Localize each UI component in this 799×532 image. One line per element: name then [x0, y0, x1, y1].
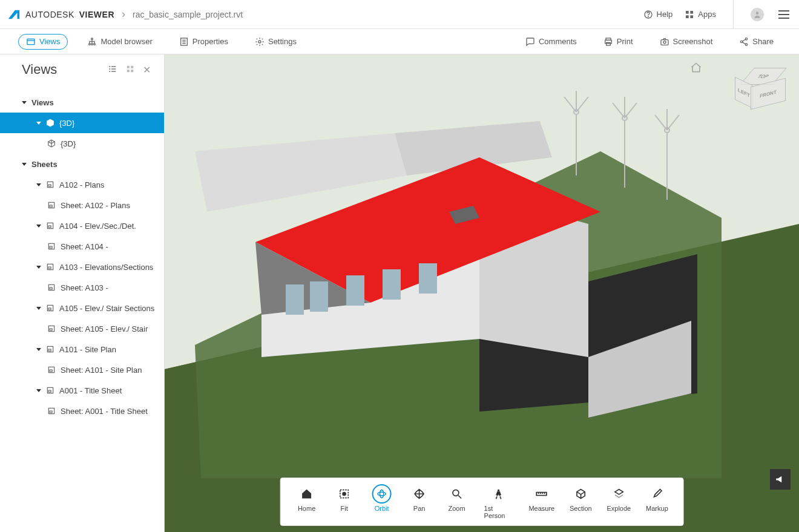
svg-rect-53	[50, 329, 52, 330]
comment-icon	[525, 37, 535, 47]
tree-sheet-item[interactable]: A101 - Site Plan	[0, 339, 164, 360]
list-view-icon[interactable]	[108, 64, 117, 76]
svg-point-30	[109, 68, 110, 70]
svg-rect-21	[661, 39, 668, 45]
tree-item-3d-selected[interactable]: {3D}	[0, 113, 164, 133]
tree-group-views[interactable]: Views	[0, 92, 164, 113]
tree-item-label: Sheet: A104 -	[61, 242, 108, 251]
tool-zoom[interactable]: Zoom	[438, 481, 476, 523]
viewcube[interactable]: TOP LEFT FRONT	[731, 64, 786, 119]
caret-down-icon	[22, 101, 27, 104]
svg-rect-55	[48, 349, 51, 351]
tree-sheet-item[interactable]: A105 - Elev./ Stair Sections	[0, 298, 164, 318]
filename[interactable]: rac_basic_sample_project.rvt	[133, 10, 243, 19]
model-render	[165, 54, 799, 532]
tool-orbit[interactable]: Orbit	[363, 481, 401, 523]
megaphone-icon	[775, 474, 786, 485]
tool-explode[interactable]: Explode	[599, 481, 638, 523]
tool-fit[interactable]: Fit	[326, 481, 363, 523]
tree-sheet-child[interactable]: Sheet: A105 - Elev./ Stair	[0, 318, 164, 339]
sidebar: Views ✕ Views {3D} {3D}	[0, 54, 165, 532]
tool-label: Home	[298, 505, 315, 512]
tree-item-3d[interactable]: {3D}	[0, 133, 164, 154]
chevron-right-icon: ›	[122, 8, 125, 21]
app-header: AUTODESK VIEWER › rac_basic_sample_proje…	[0, 0, 799, 29]
caret-down-icon	[36, 225, 41, 228]
tab-settings[interactable]: Settings	[248, 34, 304, 49]
announcements-button[interactable]	[770, 469, 791, 490]
tool-label: Section	[570, 505, 592, 512]
share-button[interactable]: Share	[732, 34, 781, 49]
tree-item-label: A001 - Title Sheet	[59, 386, 122, 395]
tree-sheet-item[interactable]: A104 - Elev./Sec./Det.	[0, 215, 164, 236]
brush-icon	[651, 488, 663, 500]
tree-group-sheets[interactable]: Sheets	[0, 154, 164, 174]
tool-label: Fit	[340, 505, 347, 512]
tool-label: Markup	[646, 505, 668, 512]
tree-item-label: Sheet: A105 - Elev./ Stair	[61, 324, 148, 333]
tree-sheet-child[interactable]: Sheet: A104 -	[0, 236, 164, 257]
tab-model-browser[interactable]: Model browser	[80, 34, 159, 49]
tab-views[interactable]: Views	[18, 34, 68, 50]
sheet-icon	[46, 180, 54, 189]
tab-model-browser-label: Model browser	[100, 37, 152, 46]
apps-button[interactable]: Apps	[685, 10, 716, 19]
ruler-icon	[536, 488, 548, 500]
tool-markup[interactable]: Markup	[638, 481, 676, 523]
caret-down-icon	[36, 266, 41, 269]
home-view-icon[interactable]	[690, 62, 702, 76]
svg-rect-75	[310, 281, 328, 312]
svg-rect-77	[383, 269, 401, 300]
brand[interactable]: AUTODESK VIEWER	[7, 8, 114, 21]
close-icon[interactable]: ✕	[143, 64, 151, 76]
tree-sheet-item[interactable]: A102 - Plans	[0, 174, 164, 195]
svg-point-100	[498, 490, 499, 491]
svg-rect-49	[50, 287, 52, 289]
tree-item-label: A104 - Elev./Sec./Det.	[59, 222, 136, 231]
toolbar-right: Comments Print Screenshot Share	[518, 34, 781, 49]
tool-first-person[interactable]: 1st Person	[476, 481, 522, 523]
tool-label: Orbit	[375, 505, 389, 512]
home-icon	[301, 488, 313, 500]
sheet-icon	[46, 222, 54, 230]
grid-view-icon[interactable]	[126, 65, 134, 75]
svg-line-99	[458, 496, 461, 499]
svg-rect-34	[127, 65, 130, 68]
tool-label: Pan	[413, 505, 426, 512]
avatar[interactable]	[751, 8, 764, 21]
tree-sheet-item[interactable]: A001 - Title Sheet	[0, 380, 164, 401]
comments-button[interactable]: Comments	[518, 34, 584, 49]
tree-sheet-child[interactable]: Sheet: A103 -	[0, 277, 164, 298]
print-button[interactable]: Print	[596, 34, 640, 49]
brand-text-1: AUTODESK	[25, 10, 74, 19]
svg-point-6	[756, 11, 759, 15]
help-label: Help	[657, 10, 673, 19]
menu-button[interactable]	[776, 8, 792, 21]
tree-sheet-child[interactable]: Sheet: A101 - Site Plan	[0, 360, 164, 380]
sidebar-header: Views ✕	[0, 54, 164, 85]
tool-label: Zoom	[449, 505, 465, 512]
tree-sheet-child[interactable]: Sheet: A102 - Plans	[0, 195, 164, 215]
svg-point-22	[663, 41, 666, 43]
svg-point-32	[109, 71, 110, 72]
viewport-3d[interactable]: TOP LEFT FRONT Home Fit Orbit Pan	[165, 54, 799, 532]
screenshot-button[interactable]: Screenshot	[653, 34, 720, 49]
tree-item-label: A103 - Elevations/Sections	[59, 263, 153, 272]
walk-icon	[492, 488, 504, 500]
tool-home[interactable]: Home	[288, 481, 326, 523]
tool-section[interactable]: Section	[562, 481, 599, 523]
help-button[interactable]: Help	[643, 10, 673, 19]
tool-measure[interactable]: Measure	[521, 481, 562, 523]
svg-rect-33	[111, 71, 116, 71]
user-icon	[753, 10, 761, 19]
svg-rect-37	[131, 70, 133, 72]
tree-sheet-child[interactable]: Sheet: A001 - Title Sheet	[0, 401, 164, 421]
svg-point-10	[89, 43, 91, 45]
svg-rect-74	[286, 284, 304, 315]
sheet-icon	[47, 242, 56, 251]
tab-properties[interactable]: Properties	[172, 34, 235, 49]
zoom-icon	[451, 488, 463, 500]
tree-sheet-item[interactable]: A103 - Elevations/Sections	[0, 257, 164, 277]
tool-pan[interactable]: Pan	[401, 481, 438, 523]
burger-line-icon	[778, 10, 789, 11]
